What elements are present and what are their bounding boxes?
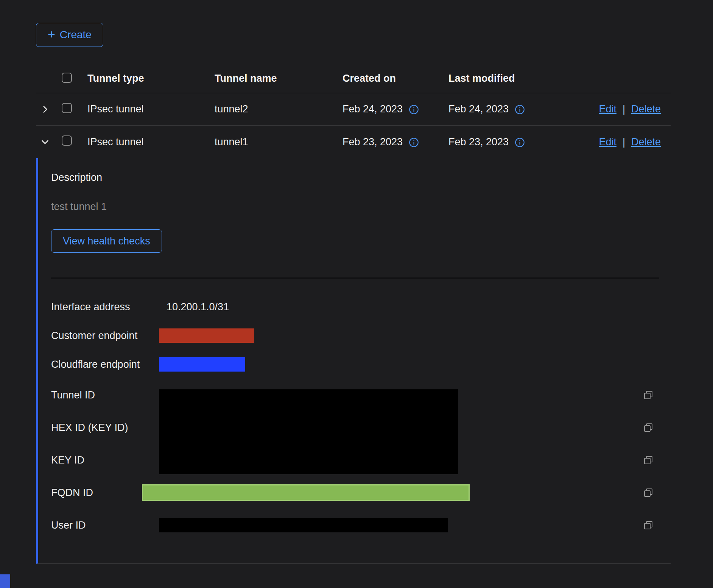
row-expand-cell: [36, 104, 54, 114]
field-label: KEY ID: [51, 454, 159, 466]
redacted-customer-endpoint: [159, 328, 254, 343]
column-header-tunnel-type: Tunnel type: [87, 73, 215, 84]
tunnel-type-value: IPsec tunnel: [87, 136, 215, 148]
field-label: Tunnel ID: [51, 389, 159, 401]
tunnels-table: Tunnel type Tunnel name Created on Last …: [36, 64, 671, 564]
copy-cell: [643, 389, 671, 401]
edit-link[interactable]: Edit: [599, 136, 616, 148]
bottom-left-accent: [0, 574, 10, 588]
header-checkbox-cell: [54, 73, 87, 84]
row-actions-cell: Edit | Delete: [596, 136, 671, 148]
copy-icon[interactable]: [643, 389, 654, 401]
field-label: Customer endpoint: [51, 330, 159, 342]
delete-link[interactable]: Delete: [631, 103, 661, 115]
info-icon[interactable]: [515, 104, 525, 115]
copy-icon[interactable]: [643, 520, 654, 531]
field-cloudflare-endpoint: Cloudflare endpoint: [51, 350, 671, 379]
created-on-cell: Feb 23, 2023: [342, 136, 448, 148]
copy-cell: [643, 454, 671, 466]
description-label: Description: [51, 172, 671, 184]
create-button-label: Create: [60, 29, 92, 41]
column-header-tunnel-name: Tunnel name: [215, 73, 342, 84]
field-value-cell: [159, 328, 643, 343]
detail-field-list: Interface address 10.200.1.0/31 Customer…: [51, 292, 671, 541]
field-label: User ID: [51, 520, 159, 531]
tunnel1-details-panel: Description test tunnel 1 View health ch…: [36, 158, 671, 564]
delete-link[interactable]: Delete: [631, 136, 661, 148]
column-header-created-on: Created on: [342, 73, 448, 84]
last-modified-value: Feb 23, 2023: [448, 136, 509, 148]
row-checkbox-tunnel1[interactable]: [62, 135, 72, 146]
field-fqdn-id: FQDN ID: [51, 476, 671, 509]
description-value: test tunnel 1: [51, 201, 671, 213]
row-checkbox-tunnel2[interactable]: [62, 103, 72, 113]
last-modified-cell: Feb 24, 2023: [448, 103, 596, 115]
table-row-tunnel1: IPsec tunnel tunnel1 Feb 23, 2023 Feb 23…: [36, 126, 671, 158]
field-interface-address: Interface address 10.200.1.0/31: [51, 292, 671, 321]
view-health-checks-button[interactable]: View health checks: [51, 229, 162, 253]
field-user-id: User ID: [51, 509, 671, 541]
copy-cell: [643, 422, 671, 433]
created-on-cell: Feb 24, 2023: [342, 103, 448, 115]
action-separator: |: [623, 103, 625, 115]
copy-icon[interactable]: [643, 487, 654, 498]
tunnel-type-value: IPsec tunnel: [87, 103, 215, 115]
copy-cell: [643, 520, 671, 531]
chevron-down-icon[interactable]: [40, 137, 50, 147]
table-row-tunnel2: IPsec tunnel tunnel2 Feb 24, 2023 Feb 24…: [36, 93, 671, 126]
interface-address-value: 10.200.1.0/31: [167, 301, 229, 313]
field-label: Cloudflare endpoint: [51, 359, 159, 370]
row-checkbox-cell: [54, 103, 87, 116]
table-header-row: Tunnel type Tunnel name Created on Last …: [36, 64, 671, 93]
redacted-user-id: [159, 518, 448, 532]
field-value-cell: [159, 484, 643, 501]
edit-link[interactable]: Edit: [599, 103, 616, 115]
field-label: HEX ID (KEY ID): [51, 422, 159, 434]
redacted-fqdn-id: [142, 484, 470, 501]
field-label: Interface address: [51, 301, 159, 313]
field-value-cell: [159, 518, 643, 532]
copy-cell: [643, 487, 671, 498]
info-icon[interactable]: [515, 137, 525, 148]
copy-icon[interactable]: [643, 454, 654, 466]
column-header-last-modified: Last modified: [448, 73, 596, 84]
field-customer-endpoint: Customer endpoint: [51, 321, 671, 350]
redacted-id-group: Tunnel ID HEX ID (KEY ID): [51, 379, 671, 476]
chevron-right-icon[interactable]: [40, 104, 50, 114]
field-value-cell: [159, 357, 643, 372]
row-actions-cell: Edit | Delete: [596, 103, 671, 115]
last-modified-value: Feb 24, 2023: [448, 103, 509, 115]
select-all-checkbox[interactable]: [62, 73, 72, 83]
create-button[interactable]: + Create: [36, 23, 103, 47]
last-modified-cell: Feb 23, 2023: [448, 136, 596, 148]
tunnel-name-value: tunnel2: [215, 103, 342, 115]
redacted-cloudflare-endpoint: [159, 357, 245, 372]
copy-icon[interactable]: [643, 422, 654, 433]
row-collapse-cell: [36, 137, 54, 147]
action-separator: |: [623, 136, 625, 148]
plus-icon: +: [48, 28, 55, 40]
field-value-cell: 10.200.1.0/31: [159, 301, 643, 313]
row-checkbox-cell: [54, 135, 87, 148]
redacted-ids-block: [159, 389, 458, 474]
info-icon[interactable]: [409, 104, 419, 115]
detail-divider: [51, 278, 659, 278]
created-on-value: Feb 23, 2023: [342, 136, 403, 148]
tunnel-name-value: tunnel1: [215, 136, 342, 148]
tunnels-page: + Create Tunnel type Tunnel name Created…: [36, 23, 671, 564]
created-on-value: Feb 24, 2023: [342, 103, 403, 115]
info-icon[interactable]: [409, 137, 419, 148]
